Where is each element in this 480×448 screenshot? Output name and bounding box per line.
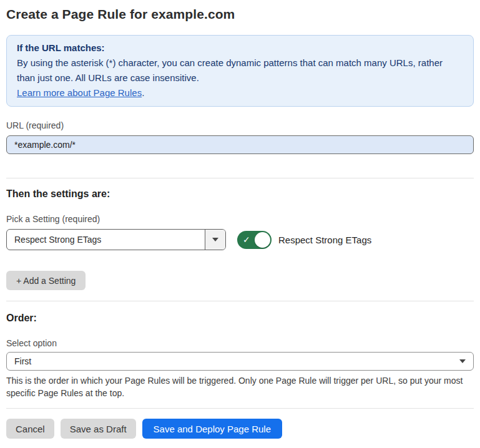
learn-more-link[interactable]: Learn more about Page Rules <box>17 87 142 98</box>
order-select[interactable]: First <box>6 352 474 371</box>
divider <box>6 301 474 301</box>
info-link-row: Learn more about Page Rules. <box>17 85 463 100</box>
order-select-value: First <box>14 356 31 366</box>
setting-toggle[interactable]: ✓ <box>237 231 272 249</box>
save-deploy-button[interactable]: Save and Deploy Page Rule <box>142 419 282 439</box>
chevron-down-icon <box>212 238 218 241</box>
url-input[interactable] <box>6 135 474 154</box>
url-match-info-box: If the URL matches: By using the asteris… <box>6 35 474 107</box>
toggle-label: Respect Strong ETags <box>278 235 371 245</box>
cancel-button[interactable]: Cancel <box>6 419 54 439</box>
order-heading: Order: <box>6 312 474 324</box>
divider <box>6 408 474 409</box>
add-setting-button[interactable]: + Add a Setting <box>6 271 86 290</box>
info-box-body: By using the asterisk (*) character, you… <box>17 56 463 85</box>
divider <box>6 178 474 178</box>
info-box-heading: If the URL matches: <box>17 41 463 56</box>
toggle-knob <box>255 232 270 248</box>
chevron-down-icon <box>459 359 466 363</box>
page-title: Create a Page Rule for example.com <box>6 6 474 22</box>
settings-heading: Then the settings are: <box>6 188 474 200</box>
order-help-text: This is the order in which your Page Rul… <box>6 374 474 399</box>
footer-actions: Cancel Save as Draft Save and Deploy Pag… <box>6 419 474 439</box>
setting-row: Respect Strong ETags ✓ Respect Strong ET… <box>6 229 474 250</box>
check-icon: ✓ <box>243 235 250 244</box>
url-label: URL (required) <box>6 120 474 131</box>
order-select-label: Select option <box>6 338 474 349</box>
create-page-rule-form: Create a Page Rule for example.com If th… <box>0 0 480 439</box>
pick-setting-label: Pick a Setting (required) <box>6 213 474 225</box>
setting-select-arrow-button[interactable] <box>205 230 225 250</box>
setting-select-value: Respect Strong ETags <box>7 230 205 250</box>
setting-select[interactable]: Respect Strong ETags <box>6 229 226 250</box>
save-draft-button[interactable]: Save as Draft <box>61 419 136 439</box>
link-period: . <box>142 87 144 98</box>
